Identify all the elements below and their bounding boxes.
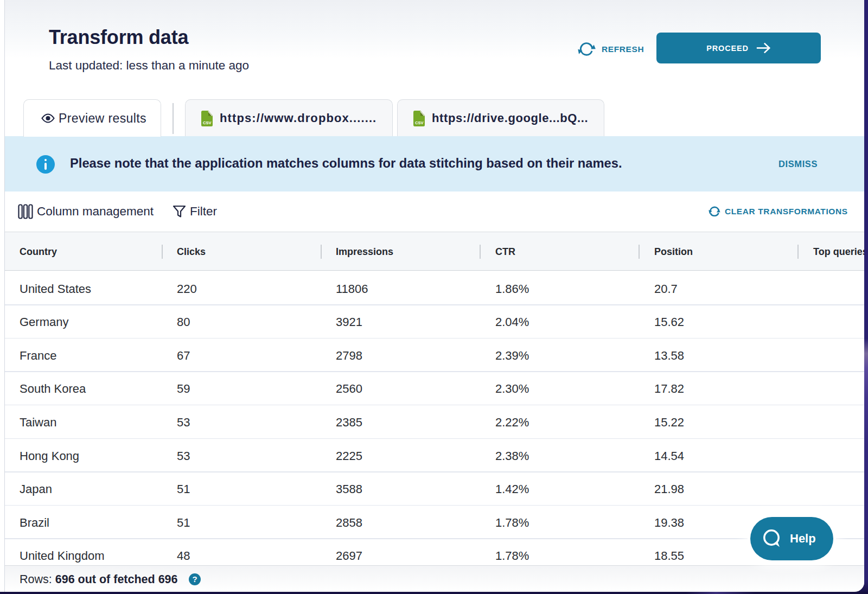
svg-text:CSV: CSV — [203, 120, 211, 125]
svg-text:CSV: CSV — [415, 120, 423, 125]
